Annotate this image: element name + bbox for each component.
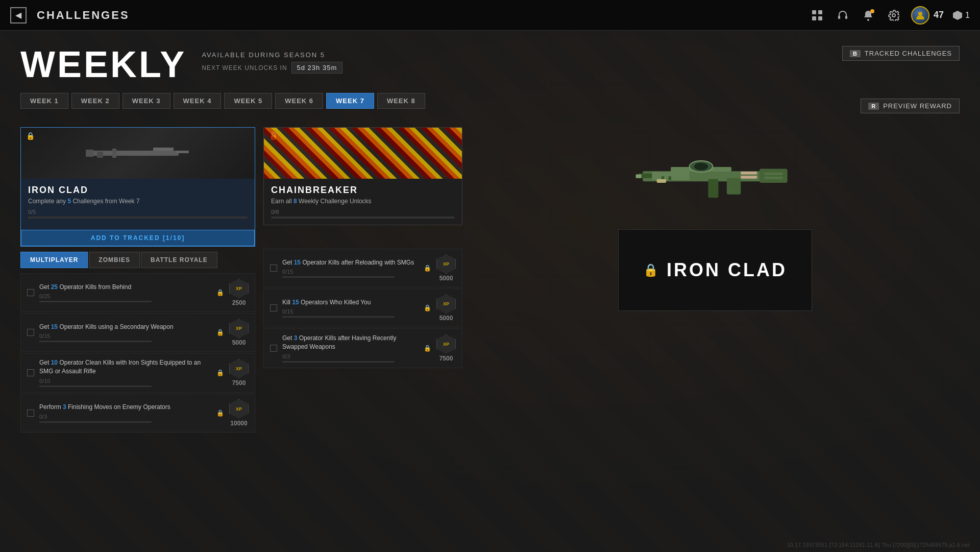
settings-icon[interactable] xyxy=(886,7,902,23)
iron-clad-body: IRON CLAD Complete any 5 Challenges from… xyxy=(21,179,255,225)
r-key: R xyxy=(868,103,879,110)
challenge-lock-icon: 🔒 xyxy=(424,265,431,272)
svg-rect-5 xyxy=(845,16,847,19)
challenge-checkbox[interactable] xyxy=(27,329,34,336)
svg-rect-0 xyxy=(812,10,816,14)
challenge-checkbox[interactable] xyxy=(27,410,34,417)
tab-battle-royale[interactable]: BATTLE ROYALE xyxy=(141,252,217,268)
challenge-xp: XP 7500 xyxy=(229,359,249,387)
chainbreaker-progress-text: 0/8 xyxy=(271,209,455,215)
iron-clad-name: IRON CLAD xyxy=(28,185,248,196)
challenge-checkbox[interactable] xyxy=(27,289,34,296)
headset-icon[interactable] xyxy=(835,7,851,23)
unlock-timer: NEXT WEEK UNLOCKS IN 5d 23h 35m xyxy=(202,62,342,74)
challenge-xp: XP 5000 xyxy=(436,294,456,322)
challenge-lock-icon: 🔒 xyxy=(424,345,431,352)
svg-rect-13 xyxy=(176,151,189,153)
back-arrow-icon: ◀ xyxy=(10,7,27,23)
back-button[interactable]: ◀ xyxy=(10,7,27,23)
preview-reward-button[interactable]: R PREVIEW REWARD xyxy=(861,99,960,113)
tab-week1[interactable]: WEEK 1 xyxy=(20,93,68,109)
challenge-info: Get 15 Operator Kills using a Secondary … xyxy=(39,323,211,343)
footer-info: 10.17.19373551 [72:154:11261:11:A] Thu [… xyxy=(787,542,970,548)
challenge-xp: XP 2500 xyxy=(229,279,249,306)
challenge-xp: XP 10000 xyxy=(229,399,249,427)
challenge-progress-bar xyxy=(39,341,152,342)
svg-rect-24 xyxy=(636,175,642,178)
challenge-name: Perform 3 Finishing Moves on Enemy Opera… xyxy=(39,403,211,412)
challenge-progress-bar xyxy=(39,421,152,423)
iron-clad-card[interactable]: 🔒 IRON CLAD Complete any 5 Challenges xyxy=(20,127,255,247)
mode-tab-spacer xyxy=(263,225,462,249)
challenge-checkbox[interactable] xyxy=(270,345,277,352)
chainbreaker-body: CHAINBREAKER Earn all 8 Weekly Challenge… xyxy=(264,179,462,225)
challenge-name: Get 15 Operator Kills using a Secondary … xyxy=(39,323,211,331)
weekly-title: WEEKLY xyxy=(20,46,186,83)
tab-week2[interactable]: WEEK 2 xyxy=(71,93,119,109)
available-text: AVAILABLE DURING SEASON 5 xyxy=(202,51,342,59)
chainbreaker-pattern xyxy=(264,128,462,179)
main-content: WEEKLY AVAILABLE DURING SEASON 5 NEXT WE… xyxy=(0,31,980,552)
card-lock-icon: 🔒 xyxy=(26,132,35,140)
challenge-progress-bar xyxy=(39,386,152,387)
tab-week3[interactable]: WEEK 3 xyxy=(122,93,170,109)
challenge-progress: 0/15 xyxy=(282,308,419,315)
challenge-name: Kill 15 Operators Who Killed You xyxy=(282,298,419,307)
chainbreaker-desc: Earn all 8 Weekly Challenge Unlocks xyxy=(271,198,455,205)
svg-rect-30 xyxy=(741,176,757,178)
grid-icon[interactable] xyxy=(809,7,825,23)
tab-week8[interactable]: WEEK 8 xyxy=(377,93,425,109)
challenge-progress-bar xyxy=(282,361,395,363)
svg-rect-12 xyxy=(112,149,116,158)
unlock-label: NEXT WEEK UNLOCKS IN xyxy=(202,64,287,71)
tab-week5[interactable]: WEEK 5 xyxy=(224,93,272,109)
svg-rect-16 xyxy=(760,169,788,183)
svg-rect-21 xyxy=(727,178,741,195)
challenge-checkbox[interactable] xyxy=(270,304,277,311)
svg-rect-1 xyxy=(818,10,822,14)
challenge-checkbox[interactable] xyxy=(27,369,34,376)
tab-week6[interactable]: WEEK 6 xyxy=(275,93,323,109)
xp-amount: 5000 xyxy=(232,339,246,346)
svg-point-20 xyxy=(694,163,708,171)
xp-badge: XP xyxy=(229,279,249,298)
svg-rect-4 xyxy=(838,16,840,19)
page-title: CHALLENGES xyxy=(37,9,130,22)
right-section: 🔒 IRON CLAD xyxy=(471,127,960,433)
tracked-challenges-button[interactable]: B TRACKED CHALLENGES xyxy=(842,46,960,61)
challenge-info: Get 25 Operator Kills from Behind 0/25 xyxy=(39,283,211,303)
challenge-name: Get 15 Operator Kills after Reloading wi… xyxy=(282,258,419,267)
iron-clad-desc: Complete any 5 Challenges from Week 7 xyxy=(28,198,248,205)
svg-rect-31 xyxy=(657,179,666,183)
challenge-lock-icon: 🔒 xyxy=(216,289,224,296)
chainbreaker-card[interactable]: 🔒 CHAINBREAKER Earn all 8 Weekly Challen… xyxy=(263,127,462,225)
svg-rect-29 xyxy=(741,172,757,174)
challenge-xp: XP 7500 xyxy=(436,334,456,362)
svg-point-6 xyxy=(867,19,869,21)
tab-zombies[interactable]: ZOMBIES xyxy=(89,252,140,268)
b-key: B xyxy=(850,50,861,57)
challenge-info: Get 3 Operator Kills after Having Recent… xyxy=(282,334,419,363)
challenge-checkbox[interactable] xyxy=(270,265,277,272)
challenge-progress: 0/25 xyxy=(39,293,211,299)
tab-week4[interactable]: WEEK 4 xyxy=(174,93,222,109)
chainbreaker-highlight: 8 xyxy=(293,198,297,205)
tab-week7[interactable]: WEEK 7 xyxy=(326,93,374,109)
svg-rect-22 xyxy=(708,179,718,198)
challenge-lock-icon: 🔒 xyxy=(424,304,431,311)
challenge-lock-icon: 🔒 xyxy=(216,329,224,336)
tab-multiplayer[interactable]: MULTIPLAYER xyxy=(20,252,88,268)
challenge-name: Get 25 Operator Kills from Behind xyxy=(39,283,211,292)
challenge-list-center: Get 15 Operator Kills after Reloading wi… xyxy=(263,249,462,368)
mode-tabs: MULTIPLAYER ZOMBIES BATTLE ROYALE xyxy=(20,252,255,268)
xp-badge: XP xyxy=(436,294,456,314)
svg-rect-2 xyxy=(812,16,816,20)
challenge-progress-bar xyxy=(282,316,395,318)
xp-badge: XP xyxy=(436,254,456,274)
challenge-item: Get 3 Operator Kills after Having Recent… xyxy=(263,328,462,368)
reward-title: IRON CLAD xyxy=(667,259,787,281)
xp-badge: XP xyxy=(229,319,249,338)
notification-icon[interactable] xyxy=(860,7,876,23)
xp-amount: 7500 xyxy=(232,379,246,387)
add-to-tracked-button[interactable]: ADD TO TRACKED [1/10] xyxy=(21,230,255,246)
